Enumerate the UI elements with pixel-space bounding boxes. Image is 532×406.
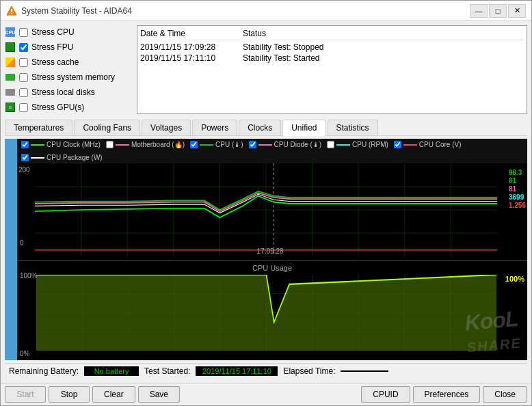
bottom-chart-title: CPU Usage [252, 264, 292, 272]
stress-fpu-row: Stress FPU [5, 40, 131, 54]
legend-cpu-core-v: CPU Core (V) [394, 141, 462, 148]
gpu-icon: G [5, 102, 16, 113]
main-content: CPU Stress CPU Stress FPU [1, 21, 531, 383]
tab-unified[interactable]: Unified [282, 120, 325, 136]
legend-motherboard: Motherboard (🔥) [106, 141, 185, 148]
stress-cpu-checkbox[interactable] [19, 28, 28, 37]
close-button[interactable]: ✕ [508, 4, 526, 18]
stress-disk-checkbox[interactable] [19, 88, 28, 97]
bottom-chart: CPU Usage 100% 0% [17, 261, 527, 360]
stress-mem-row: Stress system memory [5, 70, 131, 84]
y-label-200: 200 [18, 166, 30, 174]
legend-cpu-package-label: CPU Package (W) [46, 154, 103, 161]
log-panel: Date & Time Status 2019/11/15 17:09:28 S… [137, 25, 527, 114]
legend-cpu-package: CPU Package (W) [21, 154, 103, 161]
window-controls: — □ ✕ [470, 4, 526, 18]
legend-cpu-package-cb[interactable] [21, 154, 29, 161]
top-chart-canvas: 200 0 [17, 163, 527, 256]
stress-cache-checkbox[interactable] [19, 58, 28, 67]
elapsed-value [341, 370, 388, 372]
started-label: Test Started: [144, 366, 190, 376]
stress-disk-row: Stress local disks [5, 85, 131, 99]
legend-cpu-rpm-cb[interactable] [327, 141, 334, 148]
tab-voltages[interactable]: Voltages [142, 120, 191, 135]
mem-icon [5, 72, 16, 83]
tab-powers[interactable]: Powers [192, 120, 237, 135]
stress-mem-label: Stress system memory [31, 72, 115, 82]
legend-cpu-temp-label: CPU (🌡) [215, 141, 243, 148]
legend-cpu-temp-cb[interactable] [190, 141, 198, 148]
stress-mem-checkbox[interactable] [19, 73, 28, 82]
watermark: KooL SHARE [464, 308, 522, 356]
chart-tabs: Temperatures Cooling Fans Voltages Power… [5, 120, 527, 136]
log-header: Date & Time Status [140, 29, 524, 40]
stress-cpu-label: Stress CPU [31, 27, 75, 37]
main-window: System Stability Test - AIDA64 — □ ✕ CPU… [0, 0, 532, 406]
y-label-100pct: 100% [20, 272, 38, 280]
cpu-usage-value: 100% [505, 275, 524, 283]
cpuid-button[interactable]: CPUID [361, 386, 410, 403]
log-date-1: 2019/11/15 17:11:10 [140, 53, 243, 63]
chart-legend: CPU Clock (MHz) Motherboard (🔥) CPU (🌡) [17, 139, 527, 163]
minimize-button[interactable]: — [470, 4, 488, 18]
preferences-button[interactable]: Preferences [413, 386, 481, 403]
chart-val-2: 81 [509, 185, 526, 193]
chart-left-bar [5, 139, 17, 360]
legend-cpu-clock-label: CPU Clock (MHz) [46, 141, 101, 148]
cpu-icon: CPU [5, 27, 16, 38]
chart-val-3: 3699 [509, 193, 526, 201]
stress-gpu-label: Stress GPU(s) [31, 103, 84, 112]
fpu-icon [5, 42, 16, 53]
stress-options: CPU Stress CPU Stress FPU [5, 25, 131, 114]
chart-val-4: 1.256 [509, 202, 526, 209]
battery-label: Remaining Battery: [9, 366, 79, 376]
chart-area: CPU Clock (MHz) Motherboard (🔥) CPU (🌡) [17, 139, 527, 360]
legend-cpu-clock-cb[interactable] [21, 141, 29, 148]
legend-cpu-diode-color [258, 144, 272, 146]
clear-button[interactable]: Clear [92, 386, 135, 403]
bottom-chart-svg [36, 275, 496, 351]
stress-cpu-row: CPU Stress CPU [5, 25, 131, 39]
log-status-header: Status [243, 29, 524, 38]
close-button-bottom[interactable]: Close [483, 386, 527, 403]
stop-button[interactable]: Stop [49, 386, 90, 403]
chart-values: 98.3 81 81 3699 1.256 [509, 169, 526, 209]
legend-cpu-clock: CPU Clock (MHz) [21, 141, 101, 148]
legend-cpu-core-v-label: CPU Core (V) [419, 141, 462, 148]
legend-motherboard-label: Motherboard (🔥) [131, 141, 185, 148]
legend-cpu-core-v-cb[interactable] [394, 141, 401, 148]
stress-gpu-checkbox[interactable] [19, 103, 28, 112]
svg-marker-28 [36, 275, 496, 351]
stress-fpu-checkbox[interactable] [19, 43, 28, 52]
battery-value: No battery [84, 366, 139, 376]
tab-statistics[interactable]: Statistics [328, 120, 378, 135]
legend-cpu-core-v-color [403, 144, 417, 146]
legend-cpu-diode-label: CPU Diode (🌡) [274, 141, 321, 148]
stress-gpu-row: G Stress GPU(s) [5, 100, 131, 114]
legend-cpu-rpm-label: CPU (RPM) [352, 141, 388, 148]
save-button[interactable]: Save [138, 386, 180, 403]
log-row-0: 2019/11/15 17:09:28 Stability Test: Stop… [140, 42, 524, 53]
y-label-0pct: 0% [20, 350, 29, 357]
window-title: System Stability Test - AIDA64 [21, 6, 470, 16]
bottom-bar: Start Stop Clear Save CPUID Preferences … [1, 383, 531, 405]
stress-disk-label: Stress local disks [31, 87, 95, 97]
cache-icon [5, 57, 16, 68]
stress-cache-row: Stress cache [5, 55, 131, 69]
disk-icon [5, 87, 16, 98]
stress-cache-label: Stress cache [31, 57, 79, 67]
legend-motherboard-color [116, 144, 129, 146]
maximize-button[interactable]: □ [489, 4, 507, 18]
legend-cpu-package-color [31, 157, 44, 159]
tab-cooling[interactable]: Cooling Fans [74, 120, 140, 135]
title-bar: System Stability Test - AIDA64 — □ ✕ [1, 1, 531, 21]
legend-cpu-rpm: CPU (RPM) [327, 141, 388, 148]
legend-motherboard-cb[interactable] [106, 141, 114, 148]
legend-cpu-clock-color [31, 144, 44, 146]
start-button[interactable]: Start [5, 386, 46, 403]
elapsed-label: Elapsed Time: [283, 366, 335, 376]
legend-cpu-temp: CPU (🌡) [190, 141, 243, 148]
tab-clocks[interactable]: Clocks [239, 120, 281, 135]
tab-temperatures[interactable]: Temperatures [5, 120, 72, 135]
legend-cpu-diode-cb[interactable] [249, 141, 256, 148]
